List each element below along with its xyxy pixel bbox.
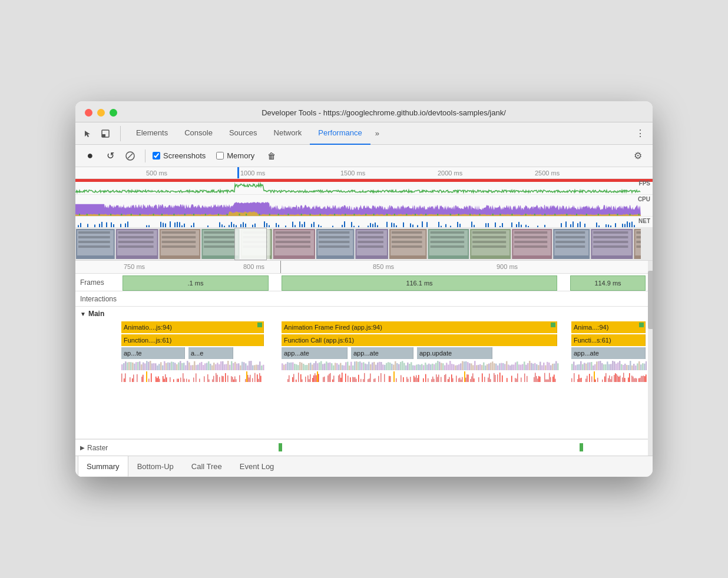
detail-tick-800: 800 ms <box>243 263 264 270</box>
interactions-row: Interactions <box>75 291 653 307</box>
detail-tick-750: 750 ms <box>124 263 145 270</box>
frame-block-2[interactable]: 116.1 ms <box>282 275 557 291</box>
reload-button[interactable]: ↺ <box>102 148 118 164</box>
fps-track: FPS <box>75 179 653 195</box>
raster-label[interactable]: ▶ Raster <box>75 444 112 452</box>
detail-tick-850: 850 ms <box>373 263 394 270</box>
screenshots-checkbox[interactable] <box>153 152 160 160</box>
flame-row-2: Function....js:61) Function Call (app.js… <box>75 334 653 347</box>
raster-row: ▶ Raster <box>75 439 653 456</box>
tick-2500: 2500 ms <box>535 170 560 177</box>
tick-2000: 2000 ms <box>438 170 462 177</box>
interactions-label: Interactions <box>75 295 121 303</box>
flame-block-func-3[interactable]: Functi...s:61) <box>571 334 646 346</box>
devtools-tabs: Elements Console Sources Network Perform… <box>75 122 653 145</box>
window-title: Developer Tools - https://googlechrome.g… <box>124 108 643 117</box>
dock-icon[interactable] <box>98 126 113 141</box>
flame-block-app-3[interactable]: app...ate <box>282 347 348 359</box>
clear-button[interactable] <box>123 148 138 164</box>
detail-ruler: 750 ms 800 ms 850 ms 900 ms <box>75 261 653 274</box>
flame-block-app-2[interactable]: a...e <box>188 347 233 359</box>
memory-checkbox-label[interactable]: Memory <box>216 151 254 160</box>
svg-line-3 <box>128 154 133 158</box>
flame-block-app-6[interactable]: app...ate <box>571 347 646 359</box>
tick-1500: 1500 ms <box>340 170 365 177</box>
traffic-lights <box>85 109 117 117</box>
detail-tick-900: 900 ms <box>497 263 518 270</box>
screenshots-checkbox-label[interactable]: Screenshots <box>153 151 206 160</box>
frames-label: Frames <box>75 278 123 287</box>
net-track: NET <box>75 217 653 228</box>
tab-network[interactable]: Network <box>266 122 310 145</box>
net-label: NET <box>638 218 650 224</box>
frames-row: Frames .1 ms 116.1 ms 114.9 ms <box>75 274 653 291</box>
timeline-overview: 500 ms 1000 ms 1500 ms 2000 ms 2500 ms F… <box>75 167 653 261</box>
cpu-label: CPU <box>638 196 650 202</box>
overview-ruler: 500 ms 1000 ms 1500 ms 2000 ms 2500 ms <box>75 167 653 179</box>
flame-row-4 <box>75 360 653 370</box>
flame-row-5 <box>75 371 653 382</box>
tab-performance[interactable]: Performance <box>310 122 370 145</box>
cursor-icon[interactable] <box>80 126 95 141</box>
tab-icons <box>80 126 121 141</box>
flame-block-anim-3[interactable]: Anima...:94) <box>571 321 646 333</box>
tab-console[interactable]: Console <box>176 122 221 145</box>
detail-timeline: 750 ms 800 ms 850 ms 900 ms Frames .1 ms… <box>75 261 653 456</box>
flame-block-app-4[interactable]: app...ate <box>351 347 413 359</box>
close-button[interactable] <box>85 109 92 117</box>
flame-chart: Animatio....js:94) Animation Frame Fired… <box>75 321 653 439</box>
main-section: ▼ Main Animatio....js:94) Animation Fram… <box>75 307 653 439</box>
perf-toolbar: ● ↺ Screenshots Memory 🗑 ⚙ <box>75 145 653 167</box>
tab-more-button[interactable]: » <box>370 129 384 138</box>
timeline-scrollbar[interactable] <box>648 261 653 456</box>
main-header: ▼ Main <box>75 307 653 321</box>
flame-block-app-1[interactable]: ap...te <box>121 347 185 359</box>
btab-summary[interactable]: Summary <box>78 456 128 477</box>
flame-block-func-1[interactable]: Function....js:61) <box>121 334 264 346</box>
tab-sources[interactable]: Sources <box>221 122 266 145</box>
main-arrow[interactable]: ▼ <box>80 311 86 317</box>
flame-block-func-2[interactable]: Function Call (app.js:61) <box>282 334 557 346</box>
flame-row-1: Animatio....js:94) Animation Frame Fired… <box>75 321 653 334</box>
flame-block-app-5[interactable]: app.update <box>417 347 492 359</box>
settings-button[interactable]: ⚙ <box>630 148 646 164</box>
raster-arrow[interactable]: ▶ <box>80 444 85 451</box>
main-label: Main <box>88 310 104 318</box>
toolbar-separator-1 <box>145 150 145 162</box>
cpu-track: CPU <box>75 195 653 217</box>
tick-1000: 1000 ms <box>240 170 265 177</box>
frame-block-1[interactable]: .1 ms <box>123 275 269 291</box>
frame-block-3[interactable]: 114.9 ms <box>570 275 646 291</box>
maximize-button[interactable] <box>110 109 117 117</box>
bottom-tabs: Summary Bottom-Up Call Tree Event Log <box>75 456 653 477</box>
screenshots-track <box>75 228 653 260</box>
memory-checkbox[interactable] <box>216 152 224 160</box>
raster-block-1 <box>279 443 282 451</box>
devtools-window: Developer Tools - https://googlechrome.g… <box>75 101 653 477</box>
scrollbar-thumb[interactable] <box>648 271 653 329</box>
detail-cursor <box>280 261 281 273</box>
record-button[interactable]: ● <box>82 148 98 164</box>
raster-block-2 <box>580 443 583 451</box>
fps-label: FPS <box>639 180 650 187</box>
minimize-button[interactable] <box>97 109 105 117</box>
tab-elements[interactable]: Elements <box>128 122 176 145</box>
btab-bottom-up[interactable]: Bottom-Up <box>128 456 183 477</box>
btab-event-log[interactable]: Event Log <box>231 456 283 477</box>
flame-row-3: ap...te a...e app...ate app...ate app.up… <box>75 347 653 360</box>
flame-block-anim-1[interactable]: Animatio....js:94) <box>121 321 264 333</box>
devtools-menu-icon[interactable]: ⋮ <box>633 126 648 141</box>
trash-button[interactable]: 🗑 <box>264 148 279 164</box>
tick-500: 500 ms <box>146 170 167 177</box>
flame-block-anim-2[interactable]: Animation Frame Fired (app.js:94) <box>282 321 557 333</box>
svg-rect-1 <box>102 134 105 137</box>
titlebar: Developer Tools - https://googlechrome.g… <box>75 101 653 122</box>
btab-call-tree[interactable]: Call Tree <box>183 456 231 477</box>
